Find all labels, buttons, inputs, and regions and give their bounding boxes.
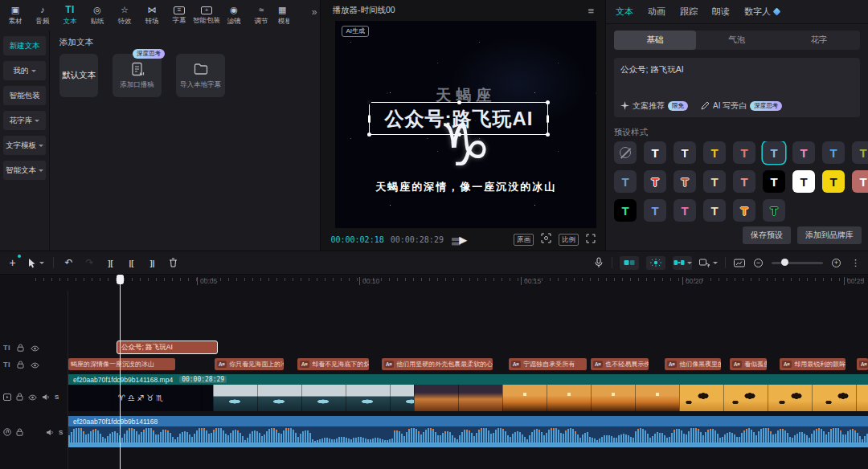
tool-copy-suggest[interactable]: 文案推荐限免 [620, 100, 688, 112]
video-thumbnails[interactable] [68, 385, 868, 411]
title-text-clip[interactable]: 公众号; 路飞玩AI [117, 341, 218, 354]
tab-text[interactable]: 文本 [616, 6, 633, 18]
subtab-bubble[interactable]: 气泡 [696, 31, 778, 50]
toolbar-item-smart-pack[interactable]: +智能包装 [193, 5, 220, 26]
preset-style-23[interactable]: T [763, 199, 785, 222]
subtitle-clip-4[interactable]: A≡宁愿独自承受所有 [509, 358, 587, 370]
preset-style-6[interactable]: T [792, 141, 815, 164]
toolbar-item-text[interactable]: TI文本 [56, 5, 84, 27]
preset-style-18[interactable]: T [614, 199, 637, 222]
solo-toggle[interactable]: S [59, 429, 63, 436]
subtitle-clip-3[interactable]: A≡他们用坚硬的外壳包裹最柔软的心 [382, 358, 493, 370]
toolbar-item-adjust[interactable]: ≈调节 [248, 5, 275, 27]
preset-style-7[interactable]: T [822, 141, 845, 164]
playhead-handle[interactable] [117, 275, 124, 284]
preset-style-20[interactable]: T [674, 199, 696, 222]
snap-toggle-icon[interactable] [620, 256, 639, 270]
toolbar-item-sticker[interactable]: ◎贴纸 [84, 5, 111, 27]
lock-icon[interactable] [17, 357, 24, 372]
tab-read-aloud[interactable]: 朗读 [712, 6, 730, 18]
ratio-button[interactable]: 比例 [559, 234, 579, 246]
play-button[interactable]: ▶ [459, 234, 467, 246]
preset-style-10[interactable]: T [644, 170, 666, 193]
audio-clip-label-bar[interactable]: ef20aab70f1fdc9b9b141168 [68, 416, 868, 426]
mute-icon[interactable] [46, 425, 54, 439]
preset-style-11[interactable]: T [674, 170, 696, 193]
focus-icon[interactable] [541, 232, 551, 247]
sidebar-item-new-text[interactable]: 新建文本 [3, 36, 46, 55]
add-to-brand-button[interactable]: 添加到品牌库 [797, 226, 862, 244]
preset-style-12[interactable]: T [703, 170, 726, 193]
sidebar-item-mine[interactable]: 我的 [3, 61, 46, 80]
video-clip-label-bar[interactable]: ef20aab70f1fdc9b9b141168.mp4 00:00:28:29 [68, 374, 868, 385]
tool-ai-narration[interactable]: AI 写旁白深度思考 [701, 100, 782, 112]
preset-style-17[interactable]: T [852, 170, 868, 193]
toolbar-item-captions[interactable]: ≡字幕 [166, 5, 193, 26]
timeline-ruler[interactable]: 00:0500:1000:1500:2000:25 [0, 275, 868, 291]
player-menu-icon[interactable]: ≡ [588, 5, 594, 17]
tab-tracking[interactable]: 跟踪 [680, 6, 698, 18]
preset-style-0[interactable] [614, 141, 637, 164]
sidebar-item-smart-text[interactable]: 智能文本 [3, 161, 46, 180]
subtitle-clip-7[interactable]: A≡看似孤傲 [730, 358, 767, 370]
subtitle-clip-9[interactable]: A≡ [857, 358, 868, 370]
delete-icon[interactable] [167, 255, 179, 270]
preset-style-15[interactable]: T [792, 170, 815, 193]
subtitle-clip-5[interactable]: A≡也不轻易展示伤痛 [591, 358, 649, 370]
subtab-fancy-text[interactable]: 花字 [778, 31, 860, 50]
zoom-out-icon[interactable]: − [752, 255, 764, 270]
mic-icon[interactable] [592, 255, 604, 270]
text-card-default-text[interactable]: 默认文本 [59, 54, 98, 97]
sidebar-item-fancy-text-lib[interactable]: 花字库 [3, 111, 46, 130]
toolbar-item-template[interactable]: ▦模板 [275, 5, 289, 27]
lock-icon[interactable] [16, 389, 23, 404]
timeline-zoom-slider[interactable] [772, 262, 823, 264]
preset-style-22[interactable]: T [733, 199, 755, 222]
save-preset-button[interactable]: 保存预设 [743, 226, 791, 244]
redo-icon[interactable]: ↷ [84, 255, 96, 270]
subtitle-clip-2[interactable]: A≡却看不见海底下的炽热 [297, 358, 369, 370]
preset-style-3[interactable]: T [703, 141, 726, 164]
preview-quality-icon[interactable] [733, 255, 745, 270]
subtab-basic[interactable]: 基础 [614, 31, 696, 50]
preset-style-14[interactable]: T [763, 170, 785, 193]
preset-style-8[interactable]: T [852, 141, 868, 164]
lock-icon[interactable] [16, 425, 23, 439]
lock-icon[interactable] [17, 341, 24, 355]
preset-style-9[interactable]: T [614, 170, 637, 193]
toolbar-item-effects[interactable]: ☆特效 [111, 5, 138, 27]
original-quality-button[interactable]: 原画 [514, 234, 534, 246]
text-card-import-subtitle[interactable]: 导入本地字幕 [176, 54, 225, 97]
preset-style-2[interactable]: T [674, 141, 696, 164]
preview-stage[interactable]: AI生成 天蝎座 ♑ 公众号;路飞玩AI 天蝎座的深情，像一座沉没的冰山 [335, 21, 596, 228]
visibility-icon[interactable] [31, 341, 39, 355]
more-icon[interactable]: ⋮ [850, 255, 862, 270]
playhead[interactable] [120, 275, 121, 469]
subtitle-clip-6[interactable]: A≡他们像黑夜里的猫 [665, 358, 721, 370]
fullscreen-icon[interactable] [586, 232, 596, 247]
zoom-slider-knob[interactable] [781, 259, 788, 266]
tab-animation[interactable]: 动画 [648, 6, 665, 18]
add-icon[interactable]: + [6, 255, 18, 270]
split-icon[interactable]: ][ [104, 255, 117, 270]
preset-style-21[interactable]: T [703, 199, 726, 222]
trim-left-icon[interactable]: |[ [125, 255, 137, 270]
subtitle-clip-8[interactable]: A≡却用最锐利的眼眸 [780, 358, 845, 370]
toolbar-item-media[interactable]: ▣素材 [2, 5, 29, 27]
text-card-add-script[interactable]: 深度思考添加口播稿 [113, 54, 162, 97]
linkage-toggle-icon[interactable] [646, 256, 665, 270]
select-icon[interactable] [27, 255, 44, 270]
toolbar-item-audio[interactable]: ♪音频 [29, 5, 56, 27]
subtitle-clip-0[interactable]: 蝎座的深情像一座沉没的冰山 [68, 358, 175, 370]
preset-style-4[interactable]: T [733, 141, 755, 164]
toolbar-item-filter[interactable]: ◉滤镜 [220, 5, 248, 27]
toolbar-item-transition[interactable]: ⋈转场 [138, 5, 166, 27]
sidebar-item-text-template[interactable]: 文字模板 [3, 136, 46, 155]
preset-style-5[interactable]: T [763, 141, 785, 164]
tab-digital-human[interactable]: 数字人 [744, 6, 780, 18]
visibility-icon[interactable] [28, 389, 37, 404]
zoom-in-icon[interactable]: + [830, 255, 842, 270]
audio-waveform[interactable] [68, 426, 868, 447]
track-mode-icon[interactable] [699, 255, 718, 270]
solo-toggle[interactable]: S [55, 394, 59, 401]
